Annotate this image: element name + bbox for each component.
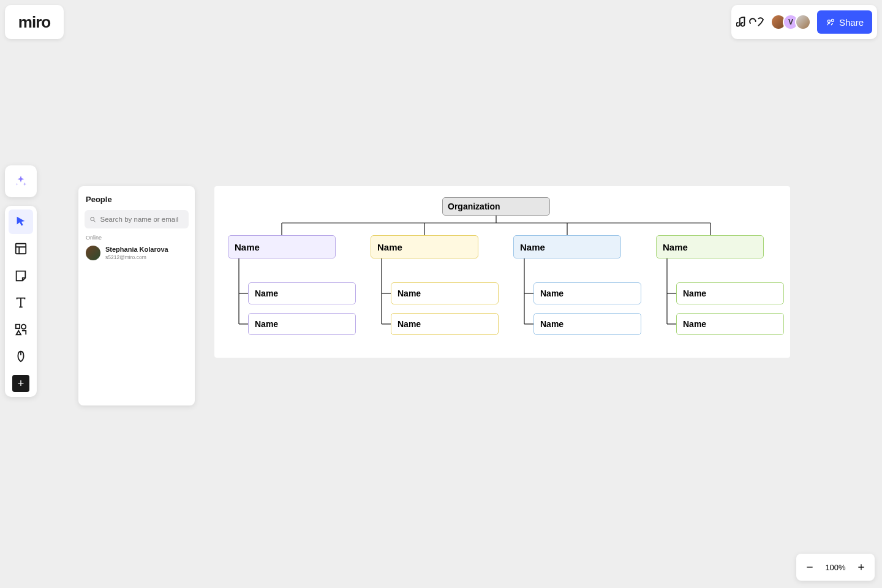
people-search[interactable]: [85, 210, 189, 228]
text-tool[interactable]: [9, 290, 33, 315]
org-sub-node[interactable]: Name: [533, 313, 641, 335]
zoom-in-button[interactable]: [854, 560, 869, 575]
left-toolbar: +: [5, 206, 37, 397]
template-tool[interactable]: [9, 236, 33, 261]
zoom-out-button[interactable]: [802, 560, 817, 575]
org-sub-node[interactable]: Name: [391, 282, 499, 304]
svg-rect-2: [16, 244, 26, 254]
org-sub-node[interactable]: Name: [533, 282, 641, 304]
shapes-tool[interactable]: [9, 317, 33, 342]
people-panel: People Online Stephania Kolarova s5212@m…: [78, 186, 195, 405]
presence-avatars[interactable]: V: [771, 14, 811, 30]
search-icon: [89, 216, 97, 224]
zoom-value[interactable]: 100%: [825, 563, 845, 572]
org-sub-node[interactable]: Name: [676, 282, 784, 304]
add-tool-button[interactable]: +: [12, 375, 29, 392]
svg-point-4: [21, 325, 26, 329]
share-button[interactable]: Share: [817, 10, 872, 34]
app-logo: miro: [18, 13, 50, 32]
people-title: People: [85, 195, 189, 204]
topbar-right: V Share: [731, 5, 877, 39]
share-label: Share: [839, 17, 864, 28]
svg-point-1: [831, 19, 834, 21]
select-tool[interactable]: [9, 209, 33, 234]
svg-point-5: [91, 217, 94, 221]
person-name: Stephania Kolarova: [105, 246, 168, 254]
org-sub-node[interactable]: Name: [676, 313, 784, 335]
ai-tool-button[interactable]: [5, 165, 37, 197]
org-root-node[interactable]: Organization: [442, 197, 550, 216]
pen-tool[interactable]: [9, 344, 33, 369]
logo-card[interactable]: miro: [5, 5, 64, 39]
svg-point-0: [827, 20, 830, 23]
avatar: [86, 246, 100, 260]
svg-rect-3: [16, 325, 20, 328]
org-sub-node[interactable]: Name: [391, 313, 499, 335]
org-dept-node[interactable]: Name: [228, 235, 336, 258]
org-sub-node[interactable]: Name: [248, 313, 356, 335]
org-dept-node[interactable]: Name: [513, 235, 621, 258]
canvas-board[interactable]: Organization Name Name Name Name Name Na…: [214, 186, 790, 358]
org-sub-node[interactable]: Name: [248, 282, 356, 304]
person-email: s5212@miro.com: [105, 254, 168, 260]
avatar[interactable]: [795, 14, 811, 30]
person-row[interactable]: Stephania Kolarova s5212@miro.com: [85, 244, 189, 262]
music-icon[interactable]: [736, 10, 764, 34]
people-section-label: Online: [86, 235, 189, 241]
sticky-note-tool[interactable]: [9, 263, 33, 288]
org-dept-node[interactable]: Name: [656, 235, 764, 258]
zoom-control: 100%: [796, 554, 875, 581]
org-dept-node[interactable]: Name: [371, 235, 478, 258]
people-search-input[interactable]: [100, 216, 184, 223]
